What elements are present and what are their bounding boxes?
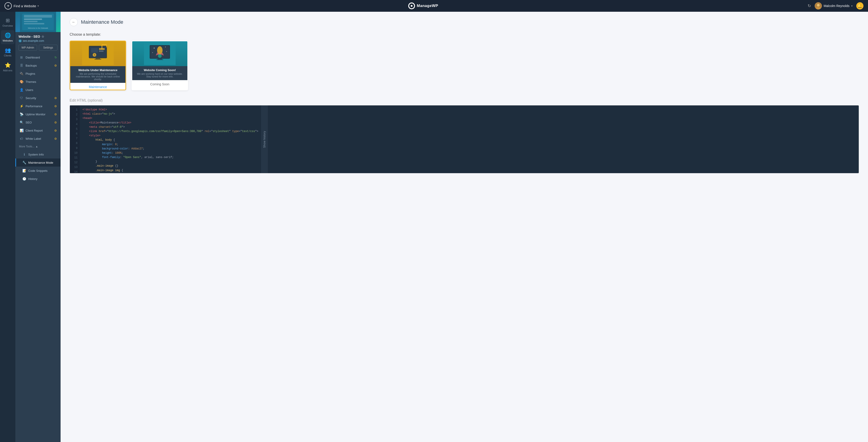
sidebar-item-uptime-monitor[interactable]: 📡 Uptime Monitor ⚙	[16, 110, 61, 118]
code-line-6: <link href="https://fonts.googleapis.com…	[83, 129, 258, 134]
sidebar-item-plugins[interactable]: 🔌 Plugins	[16, 70, 61, 78]
topnav-right: ↻ Malcolm Reynolds ▾ 🔔	[808, 2, 864, 9]
sidebar-item-client-report[interactable]: 📊 Client Report ⚙	[16, 127, 61, 135]
show-history-sidebar[interactable]: Show history	[261, 105, 268, 173]
choose-template-label: Choose a template:	[70, 33, 859, 37]
sidebar: Welcome to the Sidewalk Website - SEO ☆ …	[16, 12, 61, 442]
maintenance-preview	[70, 41, 125, 66]
clients-icon: 👥	[5, 47, 11, 53]
wp-admin-button[interactable]: WP Admin	[19, 45, 37, 50]
security-gear-icon: ⚙	[54, 96, 57, 100]
sidebar-item-websites[interactable]: 🌐 Websites	[1, 30, 14, 44]
uptime-gear-icon: ⚙	[54, 113, 57, 116]
html-editor-section: Edit HTML (optional) 1 2 3 4 5 6 7 8 9	[70, 98, 859, 173]
backups-icon: 🗄	[20, 64, 23, 67]
template-card-maintenance[interactable]: ✓	[70, 41, 126, 90]
notification-button[interactable]: 🔔	[856, 2, 864, 9]
site-thumbnail: Welcome to the Sidewalk	[16, 12, 61, 32]
users-icon: 👤	[20, 88, 23, 92]
backups-label: Backups	[26, 64, 37, 67]
svg-rect-5	[24, 15, 52, 18]
site-favorite-icon[interactable]: ☆	[41, 35, 44, 38]
code-line-10: background-color: #ddac27;	[83, 147, 258, 151]
sidebar-item-backups[interactable]: 🗄 Backups ⚙	[16, 61, 61, 70]
sidebar-item-themes[interactable]: 🎨 Themes	[16, 78, 61, 86]
svg-rect-37	[156, 59, 163, 60]
edit-html-optional: (optional)	[88, 98, 103, 102]
more-tools-toggle[interactable]: More Tools... ▲	[16, 143, 61, 150]
user-dropdown-arrow-icon: ▾	[851, 4, 852, 7]
plugins-icon: 🔌	[20, 72, 23, 75]
template-card-coming-soon[interactable]: Website Coming Soon! We are working hard…	[131, 41, 188, 90]
topnav-left: + Find a Website ▾	[4, 2, 39, 9]
editor-title: Edit HTML (optional)	[70, 98, 859, 102]
code-line-15: .main-image img {	[83, 168, 258, 173]
sidebar-item-overview[interactable]: ⊞ Overview	[1, 15, 14, 29]
dashboard-label: Dashboard	[26, 56, 40, 59]
settings-button[interactable]: Settings	[39, 45, 57, 50]
find-website-label: Find a Website	[13, 4, 36, 8]
performance-gear-icon: ⚙	[54, 104, 57, 108]
code-line-12: font-family: "Open Sans", arial, sans-se…	[83, 155, 258, 160]
code-snippets-label: Code Snippets	[28, 169, 48, 172]
client-report-label: Client Report	[26, 129, 43, 132]
sidebar-item-clients[interactable]: 👥 Clients	[1, 45, 14, 59]
site-url-text: seo.example.com	[23, 39, 44, 42]
white-label-icon: 🏷	[20, 137, 23, 140]
maintenance-mode-label: Maintenance Mode	[28, 161, 53, 164]
logo-dot-icon	[411, 5, 412, 7]
find-website-dropdown[interactable]: Find a Website ▾	[13, 4, 39, 8]
sidebar-item-dashboard[interactable]: ⊞ Dashboard ↻	[16, 53, 61, 61]
sidebar-item-addons[interactable]: ⭐ Add-ons	[1, 60, 14, 74]
history-icon: 🕐	[22, 177, 26, 180]
svg-rect-6	[24, 19, 42, 20]
code-line-4: <title>Maintenance</title>	[83, 121, 258, 125]
logo-text: ManageWP	[417, 4, 438, 8]
sidebar-item-performance[interactable]: ⚡ Performance ⚙	[16, 102, 61, 110]
system-info-label: System Info	[28, 153, 44, 156]
sidebar-navigation: ⊞ Dashboard ↻ 🗄 Backups ⚙ 🔌 Plugins 🎨 Th…	[16, 53, 61, 442]
uptime-icon: 📡	[20, 112, 23, 116]
notification-icon: 🔔	[857, 3, 862, 8]
maintenance-mode-icon: 🔧	[22, 161, 26, 164]
plugins-label: Plugins	[26, 72, 35, 75]
back-button[interactable]: ←	[70, 18, 78, 26]
code-editor: 1 2 3 4 5 6 7 8 9 10 11 12 13 14	[70, 105, 859, 173]
site-thumbnail-inner: Welcome to the Sidewalk	[16, 12, 61, 32]
coming-soon-template-name: Coming Soon	[132, 80, 187, 87]
seo-label: SEO	[26, 121, 32, 124]
svg-rect-7	[24, 21, 37, 22]
code-area[interactable]: <!doctype html> <html class="no-js"> <he…	[80, 105, 261, 173]
logo-circle-icon	[408, 2, 415, 9]
refresh-icon[interactable]: ↻	[808, 3, 811, 8]
add-website-button[interactable]: +	[4, 2, 12, 9]
maintenance-footer: Website Under Maintenance We are perform…	[70, 66, 125, 83]
themes-label: Themes	[26, 80, 36, 83]
sidebar-item-security[interactable]: 🛡 Security ⚙	[16, 94, 61, 102]
sidebar-item-system-info[interactable]: ℹ System Info	[16, 150, 61, 159]
sidebar-item-history[interactable]: 🕐 History	[16, 175, 61, 183]
more-tools-label: More Tools...	[19, 145, 34, 148]
sidebar-item-users[interactable]: 👤 Users	[16, 86, 61, 94]
logo: ManageWP	[408, 2, 438, 9]
page-header: ← Maintenance Mode	[70, 18, 859, 26]
coming-soon-footer-title: Website Coming Soon!	[135, 68, 185, 72]
top-navigation: + Find a Website ▾ ManageWP ↻ Malcolm Re…	[0, 0, 868, 12]
code-line-2: <html class="no-js">	[83, 112, 258, 116]
performance-icon: ⚡	[20, 104, 23, 108]
addons-label: Add-ons	[3, 69, 12, 72]
user-menu[interactable]: Malcolm Reynolds ▾	[815, 2, 852, 9]
sidebar-item-code-snippets[interactable]: 📝 Code Snippets	[16, 167, 61, 175]
uptime-label: Uptime Monitor	[26, 113, 45, 116]
maintenance-footer-title: Website Under Maintenance	[73, 68, 123, 72]
coming-soon-footer-sub: We are working hard on our new website. …	[135, 72, 185, 78]
svg-point-35	[158, 55, 162, 57]
sidebar-item-maintenance-mode[interactable]: 🔧 Maintenance Mode	[16, 159, 61, 167]
page-title: Maintenance Mode	[81, 19, 123, 25]
sidebar-item-seo[interactable]: 🔍 SEO ⚙	[16, 118, 61, 127]
site-name: Website - SEO ☆	[19, 35, 57, 38]
svg-point-2	[816, 7, 820, 9]
code-snippets-icon: 📝	[22, 169, 26, 172]
sidebar-item-white-label[interactable]: 🏷 White Label ⚙	[16, 135, 61, 143]
svg-point-31	[165, 47, 166, 47]
